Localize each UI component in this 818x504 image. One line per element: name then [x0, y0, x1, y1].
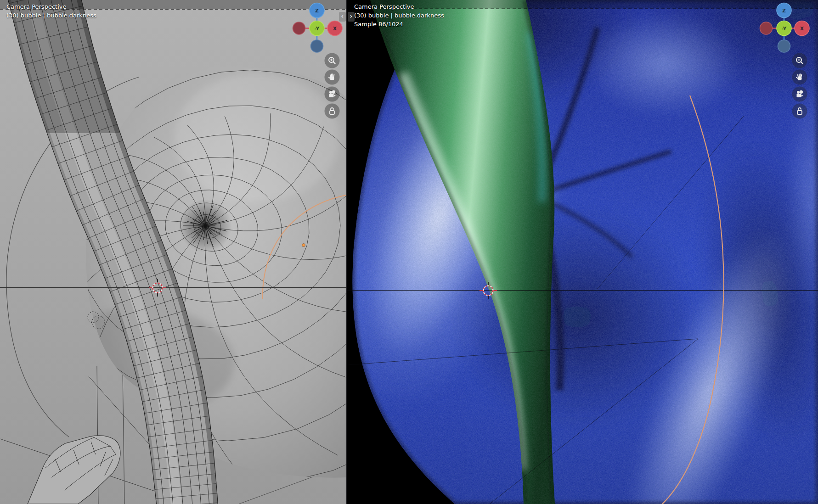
- gizmo-neg-z-ball[interactable]: [778, 40, 790, 52]
- gizmo-axis-label: X: [333, 26, 337, 32]
- area-toggle-right[interactable]: ›: [348, 12, 355, 22]
- viewport-rendered[interactable]: Z-YX Camera Perspective (30) bubble | bu…: [347, 0, 818, 504]
- lock-icon[interactable]: [325, 104, 340, 119]
- viewport-solid[interactable]: Z-YX Camera Perspective (30) bubble | bu…: [0, 0, 346, 504]
- area-toggle-left[interactable]: ‹: [339, 12, 346, 22]
- gizmo-axis-label: Z: [782, 8, 786, 14]
- gizmo-neg-z-ball[interactable]: [311, 40, 323, 52]
- camera-view-icon[interactable]: [325, 87, 340, 102]
- blender-split-view: Z-YX Camera Perspective (30) bubble | bu…: [0, 0, 818, 504]
- zoom-icon[interactable]: [792, 53, 807, 68]
- camera-view-icon[interactable]: [792, 87, 807, 102]
- gizmo-axis-label: X: [800, 26, 804, 32]
- pan-hand-icon[interactable]: [792, 70, 807, 85]
- gizmo-axis-label: -Y: [315, 26, 320, 32]
- gizmo-neg-x-ball[interactable]: [760, 22, 773, 34]
- pinch-shadow: [179, 199, 232, 252]
- camera-passepartout: [0, 0, 346, 9]
- zoom-icon[interactable]: [325, 53, 340, 68]
- pan-hand-icon[interactable]: [325, 70, 340, 85]
- lock-icon[interactable]: [792, 104, 807, 119]
- camera-passepartout: [347, 0, 818, 9]
- gizmo-axis-label: -Y: [782, 26, 787, 32]
- gizmo-axis-label: Z: [315, 8, 319, 14]
- gizmo-neg-x-ball[interactable]: [293, 22, 305, 34]
- object-origin: [302, 244, 305, 247]
